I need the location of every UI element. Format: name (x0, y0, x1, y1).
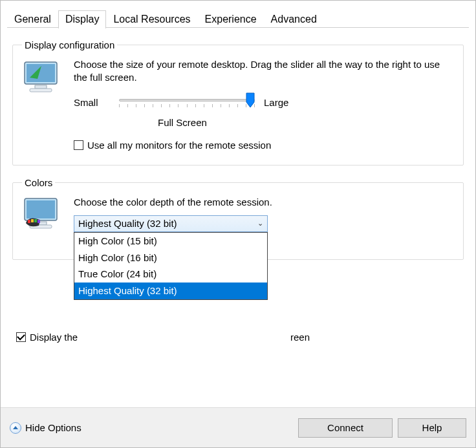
color-depth-combobox[interactable]: Highest Quality (32 bit) ⌄ (74, 215, 268, 232)
help-button[interactable]: Help (398, 418, 466, 438)
tab-advanced[interactable]: Advanced (264, 10, 324, 28)
colors-description: Choose the color depth of the remote ses… (74, 196, 454, 209)
slider-value-label: Full Screen (158, 117, 454, 128)
connection-bar-label-suffix: reen (290, 332, 310, 343)
dialog-window: General Display Local Resources Experien… (0, 0, 476, 448)
monitor-resolution-icon (22, 59, 63, 96)
chevron-down-icon: ⌄ (257, 219, 263, 228)
tab-local-resources[interactable]: Local Resources (106, 10, 197, 28)
checkbox-display-connection-bar[interactable] (16, 332, 26, 342)
svg-rect-12 (38, 220, 40, 223)
group-colors: Colors (12, 177, 464, 260)
resolution-slider[interactable] (119, 94, 255, 112)
group-display-configuration-legend: Display configuration (22, 39, 117, 50)
svg-rect-3 (35, 85, 47, 89)
checkbox-use-all-monitors[interactable] (74, 140, 83, 150)
slider-label-large: Large (264, 97, 300, 108)
color-depth-dropdown-list: High Color (15 bit) High Color (16 bit) … (74, 232, 268, 300)
dialog-bottom-bar: Hide Options Connect Help (1, 407, 475, 447)
color-option-3[interactable]: Highest Quality (32 bit) (74, 283, 267, 299)
hide-options-toggle[interactable]: Hide Options (10, 422, 81, 434)
color-depth-selected: Highest Quality (32 bit) (78, 218, 177, 229)
tab-experience[interactable]: Experience (198, 10, 264, 28)
color-option-1[interactable]: High Color (16 bit) (74, 250, 267, 266)
color-option-2[interactable]: True Color (24 bit) (74, 266, 267, 283)
tab-content-display: Display configuration Choose the size of… (7, 28, 469, 402)
svg-rect-11 (34, 219, 37, 222)
svg-rect-9 (28, 220, 30, 223)
slider-label-small: Small (74, 97, 110, 108)
display-config-description: Choose the size of your remote desktop. … (74, 58, 454, 85)
hide-options-label: Hide Options (25, 422, 81, 433)
collapse-arrow-icon (10, 422, 21, 434)
group-colors-legend: Colors (22, 177, 55, 188)
color-option-0[interactable]: High Color (15 bit) (74, 233, 267, 250)
connect-button[interactable]: Connect (298, 418, 393, 438)
svg-rect-4 (30, 89, 52, 92)
group-display-configuration: Display configuration Choose the size of… (12, 39, 464, 165)
slider-thumb[interactable] (246, 92, 255, 108)
checkbox-use-all-monitors-label: Use all my monitors for the remote sessi… (87, 140, 271, 151)
connection-bar-label-prefix: Display the (30, 332, 78, 343)
tab-display[interactable]: Display (58, 10, 106, 28)
svg-rect-10 (31, 219, 34, 222)
monitor-colors-icon (22, 197, 63, 233)
tab-strip: General Display Local Resources Experien… (1, 1, 475, 28)
svg-rect-6 (27, 200, 55, 219)
tab-general[interactable]: General (7, 10, 58, 28)
